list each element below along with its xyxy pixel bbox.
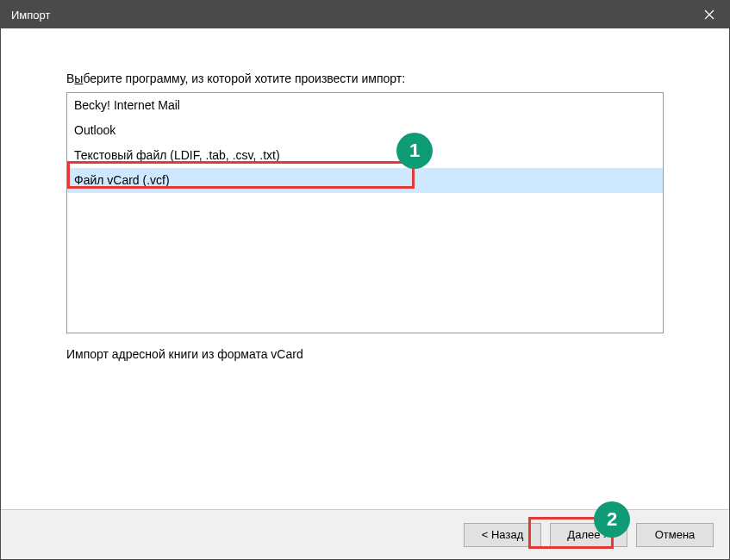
window-title: Импорт	[11, 9, 689, 22]
button-bar: < Назад Далее > Отмена	[1, 509, 729, 559]
list-item[interactable]: Outlook	[67, 118, 663, 143]
close-icon	[704, 9, 714, 20]
source-listbox[interactable]: Becky! Internet Mail Outlook Текстовый ф…	[66, 92, 664, 333]
back-button[interactable]: < Назад	[464, 523, 541, 547]
list-item-selected[interactable]: Файл vCard (.vcf)	[67, 168, 663, 193]
prompt-prefix: В	[66, 72, 74, 85]
cancel-button[interactable]: Отмена	[636, 523, 714, 547]
next-button[interactable]: Далее >	[550, 523, 627, 547]
close-button[interactable]	[689, 1, 729, 28]
prompt-mnemonic: ы	[74, 72, 83, 85]
prompt-label: Выберите программу, из которой хотите пр…	[66, 72, 664, 85]
description-text: Импорт адресной книги из формата vCard	[66, 347, 664, 361]
list-item[interactable]: Текстовый файл (LDIF, .tab, .csv, .txt)	[67, 143, 663, 168]
titlebar: Импорт	[1, 1, 729, 28]
dialog-content: Выберите программу, из которой хотите пр…	[1, 28, 729, 361]
prompt-suffix: берите программу, из которой хотите прои…	[83, 72, 405, 85]
list-item[interactable]: Becky! Internet Mail	[67, 93, 663, 118]
